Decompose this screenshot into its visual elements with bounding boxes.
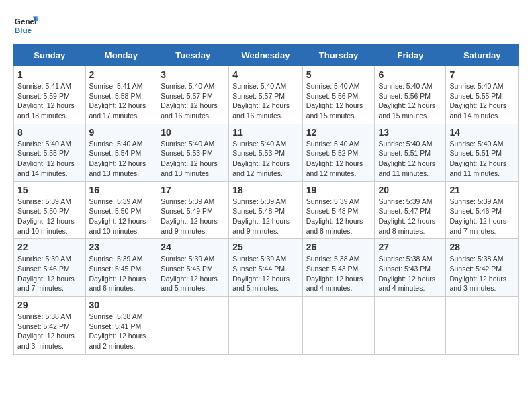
day-info: Sunrise: 5:39 AM Sunset: 5:50 PM Dayligh…	[89, 197, 154, 236]
calendar-cell: 28 Sunrise: 5:38 AM Sunset: 5:42 PM Dayl…	[446, 239, 519, 297]
day-number: 1	[17, 69, 82, 80]
calendar-cell: 22 Sunrise: 5:39 AM Sunset: 5:46 PM Dayl…	[14, 239, 86, 297]
calendar-cell: 18 Sunrise: 5:39 AM Sunset: 5:48 PM Dayl…	[229, 181, 302, 239]
day-number: 3	[161, 69, 225, 80]
calendar-cell	[302, 297, 375, 355]
calendar-cell: 30 Sunrise: 5:38 AM Sunset: 5:41 PM Dayl…	[85, 297, 157, 355]
day-info: Sunrise: 5:40 AM Sunset: 5:56 PM Dayligh…	[378, 81, 442, 121]
day-info: Sunrise: 5:39 AM Sunset: 5:45 PM Dayligh…	[161, 254, 225, 293]
day-number: 17	[161, 185, 225, 195]
day-number: 19	[306, 185, 371, 195]
day-number: 4	[232, 69, 298, 80]
calendar-cell: 14 Sunrise: 5:40 AM Sunset: 5:51 PM Dayl…	[446, 124, 519, 181]
day-number: 12	[306, 127, 371, 138]
calendar-cell: 25 Sunrise: 5:39 AM Sunset: 5:44 PM Dayl…	[229, 239, 302, 297]
calendar-cell: 13 Sunrise: 5:40 AM Sunset: 5:51 PM Dayl…	[375, 124, 446, 181]
day-info: Sunrise: 5:41 AM Sunset: 5:58 PM Dayligh…	[89, 81, 154, 121]
svg-text:Blue: Blue	[15, 26, 32, 34]
week-row-0: 1 Sunrise: 5:41 AM Sunset: 5:59 PM Dayli…	[14, 66, 519, 124]
day-info: Sunrise: 5:38 AM Sunset: 5:43 PM Dayligh…	[306, 254, 371, 293]
calendar-cell: 11 Sunrise: 5:40 AM Sunset: 5:53 PM Dayl…	[229, 124, 302, 181]
calendar-cell: 10 Sunrise: 5:40 AM Sunset: 5:53 PM Dayl…	[157, 124, 229, 181]
day-info: Sunrise: 5:39 AM Sunset: 5:46 PM Dayligh…	[17, 254, 82, 293]
day-number: 8	[17, 127, 82, 138]
header-saturday: Saturday	[446, 45, 519, 66]
day-number: 5	[306, 69, 371, 80]
day-number: 27	[378, 242, 442, 253]
day-info: Sunrise: 5:40 AM Sunset: 5:57 PM Dayligh…	[232, 81, 298, 121]
day-info: Sunrise: 5:40 AM Sunset: 5:53 PM Dayligh…	[161, 139, 225, 179]
calendar-cell: 8 Sunrise: 5:40 AM Sunset: 5:55 PM Dayli…	[14, 124, 86, 181]
day-number: 18	[232, 185, 298, 195]
calendar-cell: 12 Sunrise: 5:40 AM Sunset: 5:52 PM Dayl…	[302, 124, 375, 181]
day-info: Sunrise: 5:39 AM Sunset: 5:44 PM Dayligh…	[232, 254, 298, 293]
header-sunday: Sunday	[14, 45, 86, 66]
day-info: Sunrise: 5:40 AM Sunset: 5:52 PM Dayligh…	[306, 139, 371, 179]
day-number: 20	[378, 185, 442, 195]
day-number: 22	[17, 242, 82, 253]
day-number: 6	[378, 69, 442, 80]
day-number: 29	[17, 300, 82, 310]
day-info: Sunrise: 5:39 AM Sunset: 5:49 PM Dayligh…	[161, 197, 225, 236]
calendar-cell: 24 Sunrise: 5:39 AM Sunset: 5:45 PM Dayl…	[157, 239, 229, 297]
day-number: 28	[449, 242, 515, 253]
day-info: Sunrise: 5:40 AM Sunset: 5:53 PM Dayligh…	[232, 139, 298, 179]
day-number: 16	[89, 185, 154, 195]
day-info: Sunrise: 5:40 AM Sunset: 5:54 PM Dayligh…	[89, 139, 154, 179]
calendar-cell	[229, 297, 302, 355]
day-number: 13	[378, 127, 442, 138]
week-row-4: 29 Sunrise: 5:38 AM Sunset: 5:42 PM Dayl…	[14, 297, 519, 355]
calendar-table: SundayMondayTuesdayWednesdayThursdayFrid…	[13, 44, 519, 355]
calendar-cell: 6 Sunrise: 5:40 AM Sunset: 5:56 PM Dayli…	[375, 66, 446, 124]
day-info: Sunrise: 5:38 AM Sunset: 5:42 PM Dayligh…	[17, 312, 82, 351]
day-number: 21	[449, 185, 515, 195]
day-info: Sunrise: 5:40 AM Sunset: 5:56 PM Dayligh…	[306, 81, 371, 121]
week-row-2: 15 Sunrise: 5:39 AM Sunset: 5:50 PM Dayl…	[14, 181, 519, 239]
day-number: 2	[89, 69, 154, 80]
calendar-cell: 19 Sunrise: 5:39 AM Sunset: 5:48 PM Dayl…	[302, 181, 375, 239]
day-number: 14	[449, 127, 515, 138]
day-info: Sunrise: 5:39 AM Sunset: 5:50 PM Dayligh…	[17, 197, 82, 236]
header-tuesday: Tuesday	[157, 45, 229, 66]
day-number: 15	[17, 185, 82, 195]
day-info: Sunrise: 5:39 AM Sunset: 5:48 PM Dayligh…	[306, 197, 371, 236]
logo: General Blue	[13, 13, 38, 38]
day-info: Sunrise: 5:39 AM Sunset: 5:45 PM Dayligh…	[89, 254, 154, 293]
logo-icon: General Blue	[13, 13, 38, 38]
day-number: 11	[232, 127, 298, 138]
header-friday: Friday	[375, 45, 446, 66]
day-number: 7	[449, 69, 515, 80]
day-number: 9	[89, 127, 154, 138]
header-thursday: Thursday	[302, 45, 375, 66]
calendar-cell: 7 Sunrise: 5:40 AM Sunset: 5:55 PM Dayli…	[446, 66, 519, 124]
calendar-cell	[375, 297, 446, 355]
calendar-cell	[446, 297, 519, 355]
calendar-cell: 27 Sunrise: 5:38 AM Sunset: 5:43 PM Dayl…	[375, 239, 446, 297]
day-info: Sunrise: 5:39 AM Sunset: 5:48 PM Dayligh…	[232, 197, 298, 236]
calendar-cell: 3 Sunrise: 5:40 AM Sunset: 5:57 PM Dayli…	[157, 66, 229, 124]
day-info: Sunrise: 5:39 AM Sunset: 5:47 PM Dayligh…	[378, 197, 442, 236]
week-row-1: 8 Sunrise: 5:40 AM Sunset: 5:55 PM Dayli…	[14, 124, 519, 181]
day-info: Sunrise: 5:38 AM Sunset: 5:43 PM Dayligh…	[378, 254, 442, 293]
day-info: Sunrise: 5:41 AM Sunset: 5:59 PM Dayligh…	[17, 81, 82, 121]
day-info: Sunrise: 5:39 AM Sunset: 5:46 PM Dayligh…	[449, 197, 515, 236]
calendar-cell: 29 Sunrise: 5:38 AM Sunset: 5:42 PM Dayl…	[14, 297, 86, 355]
day-info: Sunrise: 5:38 AM Sunset: 5:42 PM Dayligh…	[449, 254, 515, 293]
calendar-cell: 15 Sunrise: 5:39 AM Sunset: 5:50 PM Dayl…	[14, 181, 86, 239]
header-wednesday: Wednesday	[229, 45, 302, 66]
day-number: 30	[89, 300, 154, 310]
week-row-3: 22 Sunrise: 5:39 AM Sunset: 5:46 PM Dayl…	[14, 239, 519, 297]
calendar-cell: 16 Sunrise: 5:39 AM Sunset: 5:50 PM Dayl…	[85, 181, 157, 239]
calendar-cell: 5 Sunrise: 5:40 AM Sunset: 5:56 PM Dayli…	[302, 66, 375, 124]
calendar-cell: 17 Sunrise: 5:39 AM Sunset: 5:49 PM Dayl…	[157, 181, 229, 239]
day-number: 10	[161, 127, 225, 138]
calendar-cell: 1 Sunrise: 5:41 AM Sunset: 5:59 PM Dayli…	[14, 66, 86, 124]
calendar-cell: 4 Sunrise: 5:40 AM Sunset: 5:57 PM Dayli…	[229, 66, 302, 124]
calendar-cell: 21 Sunrise: 5:39 AM Sunset: 5:46 PM Dayl…	[446, 181, 519, 239]
header: General Blue	[13, 13, 519, 38]
calendar-cell: 23 Sunrise: 5:39 AM Sunset: 5:45 PM Dayl…	[85, 239, 157, 297]
header-monday: Monday	[85, 45, 157, 66]
day-info: Sunrise: 5:40 AM Sunset: 5:55 PM Dayligh…	[449, 81, 515, 121]
day-number: 25	[232, 242, 298, 253]
day-info: Sunrise: 5:40 AM Sunset: 5:57 PM Dayligh…	[161, 81, 225, 121]
